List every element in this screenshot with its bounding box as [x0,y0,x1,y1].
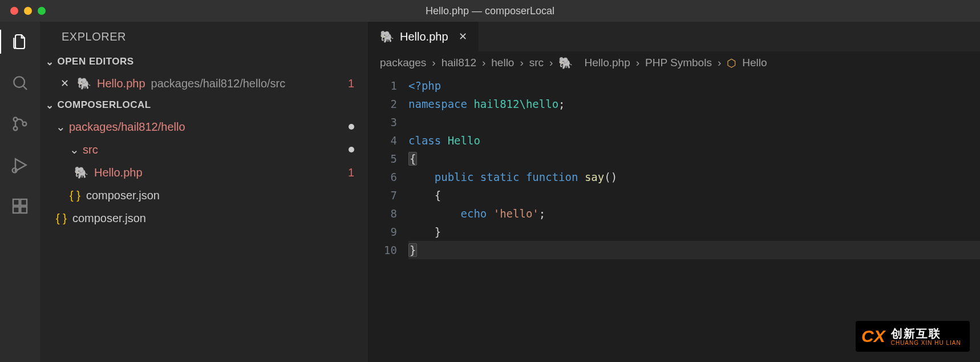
svg-rect-10 [21,199,27,206]
open-editor-item[interactable]: ✕ 🐘 Hello.php packages/hail812/hello/src… [40,72,368,95]
php-file-icon: 🐘 [558,57,573,69]
chevron-right-icon: › [520,57,523,69]
file-label: composer.json [86,189,160,202]
breadcrumb[interactable]: packages › hail812 › hello › src › 🐘 Hel… [368,51,980,74]
open-editor-filename: Hello.php [97,77,145,90]
tree-folder-src[interactable]: ⌄ src [40,138,368,161]
php-file-icon: 🐘 [380,31,394,42]
chevron-down-icon: ⌄ [70,143,79,156]
class-icon: ⬡ [727,57,736,70]
folder-label: hello [161,120,185,134]
problem-badge: 1 [348,77,354,90]
explorer-sidebar: EXPLORER ⌄ OPEN EDITORS ✕ 🐘 Hello.php pa… [40,22,368,362]
tree-file-composer-inner[interactable]: { } composer.json [40,184,368,207]
logo-text-top: 创新互联 [891,327,961,340]
close-window-button[interactable] [10,7,18,15]
code-token: <?php [408,79,441,92]
chevron-right-icon: › [482,57,485,69]
chevron-right-icon: › [549,57,553,69]
code-token: hail812\hello [467,98,558,110]
svg-line-1 [23,86,27,90]
code-token: echo [461,207,487,220]
breadcrumb-part[interactable]: Hello.php [584,57,630,69]
line-number: 3 [368,113,397,131]
maximize-window-button[interactable] [38,7,46,15]
svg-rect-8 [13,207,19,213]
file-label: Hello.php [94,166,143,179]
code-token: public [435,171,474,183]
svg-point-0 [14,77,25,87]
tab-label: Hello.php [400,30,448,43]
modified-dot-icon [349,124,354,130]
line-number: 5 [368,150,397,168]
line-number: 2 [368,95,397,113]
modified-dot-icon [349,147,354,152]
code-token: function [519,171,578,183]
breadcrumb-part[interactable]: Hello [742,57,767,69]
code-token: } [408,243,417,257]
code-token: 'hello' [487,207,539,220]
extensions-icon[interactable] [10,196,30,216]
explorer-title: EXPLORER [40,22,368,51]
breadcrumb-part[interactable]: hail812 [442,57,476,69]
minimize-window-button[interactable] [24,7,32,15]
logo-text-bottom: CHUANG XIN HU LIAN [891,340,961,346]
open-editors-header[interactable]: ⌄ OPEN EDITORS [40,51,368,72]
svg-point-2 [14,118,18,122]
explorer-icon[interactable] [10,32,30,51]
line-number: 9 [368,223,397,241]
line-number: 7 [368,186,397,204]
code-editor[interactable]: 1 2 3 4 5 6 7 8 9 10 <?php namespace hai… [368,74,980,362]
code-token: } [435,226,441,238]
chevron-down-icon: ⌄ [46,99,54,111]
breadcrumb-part[interactable]: packages [380,57,426,69]
svg-point-3 [14,127,18,131]
problem-badge: 1 [348,166,354,179]
code-token: say [578,171,604,183]
code-content[interactable]: <?php namespace hail812\hello; class Hel… [408,77,980,362]
main-area: EXPLORER ⌄ OPEN EDITORS ✕ 🐘 Hello.php pa… [0,22,980,362]
tabbar: 🐘 Hello.php ✕ [368,22,980,51]
source-control-icon[interactable] [10,114,30,134]
code-token: Hello [441,134,480,147]
watermark-logo: CX 创新互联 CHUANG XIN HU LIAN [856,321,970,352]
tree-file-hello-php[interactable]: 🐘 Hello.php 1 [40,161,368,184]
close-tab-icon[interactable]: ✕ [459,30,467,43]
chevron-down-icon: ⌄ [46,56,54,68]
code-token: namespace [408,98,467,110]
tab-hello-php[interactable]: 🐘 Hello.php ✕ [368,22,479,51]
code-token: static [473,171,519,183]
line-number: 6 [368,168,397,186]
workspace-header[interactable]: ⌄ COMPOSERLOCAL [40,95,368,115]
workspace-label: COMPOSERLOCAL [58,99,151,111]
open-editor-filepath: packages/hail812/hello/src [151,77,286,90]
folder-label: src [83,143,98,156]
svg-rect-9 [21,207,27,213]
close-editor-icon[interactable]: ✕ [60,77,69,90]
titlebar: Hello.php — composerLocal [0,0,980,22]
line-number: 4 [368,131,397,150]
search-icon[interactable] [10,73,30,92]
logo-icon: CX [861,327,885,346]
folder-label: hail812 [121,120,158,134]
code-token: ; [539,207,545,220]
tree-file-composer-root[interactable]: { } composer.json [40,207,368,230]
folder-label: packages [69,120,118,134]
tree-folder-packages[interactable]: ⌄ packages / hail812 / hello [40,115,368,138]
file-label: composer.json [72,212,146,225]
code-token: { [435,189,441,202]
chevron-right-icon: › [432,57,435,69]
editor-group: 🐘 Hello.php ✕ packages › hail812 › hello… [368,22,980,362]
breadcrumb-part[interactable]: hello [491,57,514,69]
breadcrumb-part[interactable]: PHP Symbols [645,57,712,69]
run-debug-icon[interactable] [10,155,30,175]
json-file-icon: { } [56,212,67,225]
line-number: 8 [368,204,397,223]
svg-point-6 [13,168,17,172]
code-token: () [604,171,617,183]
breadcrumb-part[interactable]: src [529,57,544,69]
code-token: class [408,134,441,147]
open-editors-label: OPEN EDITORS [58,56,134,67]
activity-bar [0,22,40,362]
svg-point-4 [23,122,27,126]
